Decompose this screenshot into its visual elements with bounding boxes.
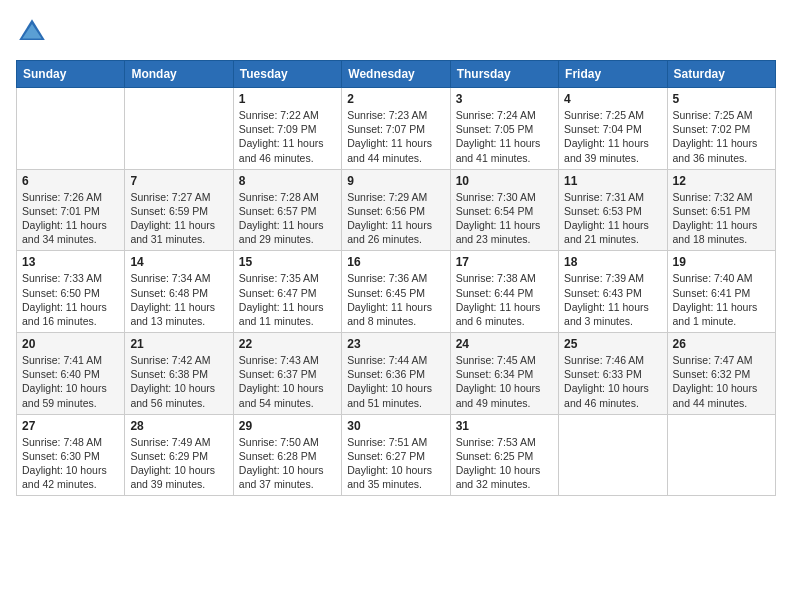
day-number: 15 [239,255,336,269]
calendar-table: SundayMondayTuesdayWednesdayThursdayFrid… [16,60,776,496]
calendar-cell: 7Sunrise: 7:27 AM Sunset: 6:59 PM Daylig… [125,169,233,251]
day-number: 29 [239,419,336,433]
calendar-cell: 20Sunrise: 7:41 AM Sunset: 6:40 PM Dayli… [17,333,125,415]
day-detail: Sunrise: 7:29 AM Sunset: 6:56 PM Dayligh… [347,190,444,247]
day-detail: Sunrise: 7:42 AM Sunset: 6:38 PM Dayligh… [130,353,227,410]
day-detail: Sunrise: 7:47 AM Sunset: 6:32 PM Dayligh… [673,353,770,410]
calendar-cell: 17Sunrise: 7:38 AM Sunset: 6:44 PM Dayli… [450,251,558,333]
calendar-week-2: 6Sunrise: 7:26 AM Sunset: 7:01 PM Daylig… [17,169,776,251]
weekday-header-wednesday: Wednesday [342,61,450,88]
calendar-week-4: 20Sunrise: 7:41 AM Sunset: 6:40 PM Dayli… [17,333,776,415]
day-detail: Sunrise: 7:32 AM Sunset: 6:51 PM Dayligh… [673,190,770,247]
day-detail: Sunrise: 7:39 AM Sunset: 6:43 PM Dayligh… [564,271,661,328]
calendar-cell: 19Sunrise: 7:40 AM Sunset: 6:41 PM Dayli… [667,251,775,333]
day-detail: Sunrise: 7:53 AM Sunset: 6:25 PM Dayligh… [456,435,553,492]
calendar-cell: 21Sunrise: 7:42 AM Sunset: 6:38 PM Dayli… [125,333,233,415]
calendar-cell: 29Sunrise: 7:50 AM Sunset: 6:28 PM Dayli… [233,414,341,496]
calendar-week-1: 1Sunrise: 7:22 AM Sunset: 7:09 PM Daylig… [17,88,776,170]
day-number: 12 [673,174,770,188]
calendar-cell [17,88,125,170]
weekday-header-friday: Friday [559,61,667,88]
day-detail: Sunrise: 7:34 AM Sunset: 6:48 PM Dayligh… [130,271,227,328]
calendar-header-row: SundayMondayTuesdayWednesdayThursdayFrid… [17,61,776,88]
day-number: 1 [239,92,336,106]
day-number: 6 [22,174,119,188]
day-number: 30 [347,419,444,433]
day-number: 13 [22,255,119,269]
day-number: 26 [673,337,770,351]
day-number: 16 [347,255,444,269]
calendar-cell: 12Sunrise: 7:32 AM Sunset: 6:51 PM Dayli… [667,169,775,251]
day-detail: Sunrise: 7:22 AM Sunset: 7:09 PM Dayligh… [239,108,336,165]
weekday-header-monday: Monday [125,61,233,88]
day-number: 5 [673,92,770,106]
calendar-cell: 22Sunrise: 7:43 AM Sunset: 6:37 PM Dayli… [233,333,341,415]
logo [16,16,52,48]
day-number: 2 [347,92,444,106]
day-detail: Sunrise: 7:25 AM Sunset: 7:04 PM Dayligh… [564,108,661,165]
weekday-header-tuesday: Tuesday [233,61,341,88]
day-detail: Sunrise: 7:40 AM Sunset: 6:41 PM Dayligh… [673,271,770,328]
day-detail: Sunrise: 7:46 AM Sunset: 6:33 PM Dayligh… [564,353,661,410]
day-detail: Sunrise: 7:24 AM Sunset: 7:05 PM Dayligh… [456,108,553,165]
day-detail: Sunrise: 7:43 AM Sunset: 6:37 PM Dayligh… [239,353,336,410]
day-detail: Sunrise: 7:50 AM Sunset: 6:28 PM Dayligh… [239,435,336,492]
calendar-cell: 11Sunrise: 7:31 AM Sunset: 6:53 PM Dayli… [559,169,667,251]
day-number: 24 [456,337,553,351]
weekday-header-saturday: Saturday [667,61,775,88]
calendar-cell: 31Sunrise: 7:53 AM Sunset: 6:25 PM Dayli… [450,414,558,496]
weekday-header-sunday: Sunday [17,61,125,88]
day-detail: Sunrise: 7:45 AM Sunset: 6:34 PM Dayligh… [456,353,553,410]
calendar-cell: 3Sunrise: 7:24 AM Sunset: 7:05 PM Daylig… [450,88,558,170]
day-detail: Sunrise: 7:36 AM Sunset: 6:45 PM Dayligh… [347,271,444,328]
calendar-cell: 4Sunrise: 7:25 AM Sunset: 7:04 PM Daylig… [559,88,667,170]
day-number: 22 [239,337,336,351]
day-detail: Sunrise: 7:41 AM Sunset: 6:40 PM Dayligh… [22,353,119,410]
calendar-cell: 25Sunrise: 7:46 AM Sunset: 6:33 PM Dayli… [559,333,667,415]
day-detail: Sunrise: 7:28 AM Sunset: 6:57 PM Dayligh… [239,190,336,247]
calendar-cell [667,414,775,496]
logo-icon [16,16,48,48]
calendar-cell: 10Sunrise: 7:30 AM Sunset: 6:54 PM Dayli… [450,169,558,251]
day-detail: Sunrise: 7:51 AM Sunset: 6:27 PM Dayligh… [347,435,444,492]
day-detail: Sunrise: 7:27 AM Sunset: 6:59 PM Dayligh… [130,190,227,247]
day-detail: Sunrise: 7:35 AM Sunset: 6:47 PM Dayligh… [239,271,336,328]
calendar-cell: 28Sunrise: 7:49 AM Sunset: 6:29 PM Dayli… [125,414,233,496]
calendar-week-5: 27Sunrise: 7:48 AM Sunset: 6:30 PM Dayli… [17,414,776,496]
day-detail: Sunrise: 7:25 AM Sunset: 7:02 PM Dayligh… [673,108,770,165]
calendar-cell: 13Sunrise: 7:33 AM Sunset: 6:50 PM Dayli… [17,251,125,333]
day-number: 3 [456,92,553,106]
weekday-header-thursday: Thursday [450,61,558,88]
day-detail: Sunrise: 7:38 AM Sunset: 6:44 PM Dayligh… [456,271,553,328]
calendar-cell: 1Sunrise: 7:22 AM Sunset: 7:09 PM Daylig… [233,88,341,170]
day-number: 9 [347,174,444,188]
day-number: 10 [456,174,553,188]
day-detail: Sunrise: 7:44 AM Sunset: 6:36 PM Dayligh… [347,353,444,410]
day-detail: Sunrise: 7:33 AM Sunset: 6:50 PM Dayligh… [22,271,119,328]
page-header [16,16,776,48]
day-number: 17 [456,255,553,269]
calendar-cell: 9Sunrise: 7:29 AM Sunset: 6:56 PM Daylig… [342,169,450,251]
day-number: 31 [456,419,553,433]
calendar-cell: 18Sunrise: 7:39 AM Sunset: 6:43 PM Dayli… [559,251,667,333]
calendar-cell: 14Sunrise: 7:34 AM Sunset: 6:48 PM Dayli… [125,251,233,333]
calendar-cell [559,414,667,496]
day-detail: Sunrise: 7:23 AM Sunset: 7:07 PM Dayligh… [347,108,444,165]
calendar-cell: 15Sunrise: 7:35 AM Sunset: 6:47 PM Dayli… [233,251,341,333]
day-detail: Sunrise: 7:31 AM Sunset: 6:53 PM Dayligh… [564,190,661,247]
day-number: 4 [564,92,661,106]
day-number: 8 [239,174,336,188]
day-detail: Sunrise: 7:26 AM Sunset: 7:01 PM Dayligh… [22,190,119,247]
day-number: 14 [130,255,227,269]
day-number: 23 [347,337,444,351]
calendar-cell: 6Sunrise: 7:26 AM Sunset: 7:01 PM Daylig… [17,169,125,251]
day-number: 19 [673,255,770,269]
day-detail: Sunrise: 7:30 AM Sunset: 6:54 PM Dayligh… [456,190,553,247]
day-number: 28 [130,419,227,433]
calendar-cell: 23Sunrise: 7:44 AM Sunset: 6:36 PM Dayli… [342,333,450,415]
calendar-week-3: 13Sunrise: 7:33 AM Sunset: 6:50 PM Dayli… [17,251,776,333]
day-number: 20 [22,337,119,351]
calendar-cell: 2Sunrise: 7:23 AM Sunset: 7:07 PM Daylig… [342,88,450,170]
calendar-cell: 27Sunrise: 7:48 AM Sunset: 6:30 PM Dayli… [17,414,125,496]
day-number: 27 [22,419,119,433]
